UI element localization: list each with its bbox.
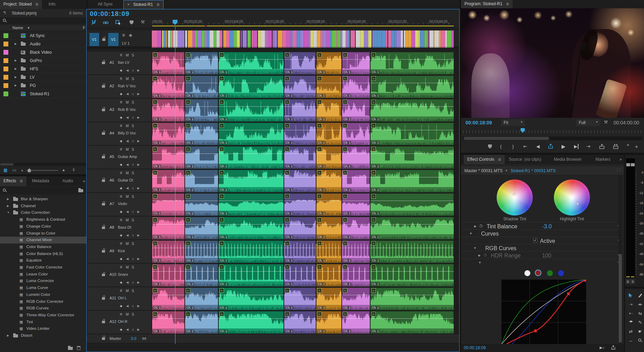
hand-tool[interactable]: ☛: [636, 329, 644, 335]
audio-clip[interactable]: fxCh. 1: [185, 264, 218, 287]
audio-track-header-a11[interactable]: ≣MSA11OH L◆◀◇▶: [87, 287, 151, 310]
audio-clip[interactable]: fxCh. 1: [152, 146, 184, 169]
fx-badge[interactable]: fx: [343, 241, 347, 246]
keyframe-icon[interactable]: ◇: [132, 210, 134, 213]
audio-clip[interactable]: fxCh. 1: [371, 146, 454, 169]
more-tabs-chevron[interactable]: »: [619, 157, 622, 162]
effects-tree-row[interactable]: ▦Channel Mixer: [0, 237, 86, 244]
tab-info[interactable]: Info: [45, 0, 59, 9]
solo-button[interactable]: S: [132, 218, 134, 222]
project-item-row[interactable]: ▶PG: [0, 81, 86, 90]
effects-tree-row[interactable]: ▦Change Color: [0, 223, 86, 230]
audio-clip[interactable]: fxCh. 1: [316, 146, 341, 169]
tab-media-browser[interactable]: Media Browser: [550, 155, 585, 164]
fx-badge[interactable]: fx: [153, 147, 157, 151]
tab-markers[interactable]: Markers: [592, 155, 614, 164]
audio-clip[interactable]: fxCh. 1: [152, 52, 184, 74]
next-keyframe-icon[interactable]: ▶: [137, 210, 140, 213]
track-settings-icon[interactable]: ≣: [120, 194, 122, 198]
prev-keyframe-icon[interactable]: ◀: [126, 328, 129, 331]
audio-clip[interactable]: fxCh. 1: [185, 99, 218, 122]
fx-badge[interactable]: fx: [285, 194, 289, 199]
delete-icon[interactable]: [77, 346, 80, 350]
track-lock-icon[interactable]: [102, 250, 105, 253]
keyframe-icon[interactable]: ◇: [132, 69, 134, 72]
audio-clip[interactable]: fxCh. 1: [371, 193, 454, 216]
audio-clip[interactable]: fxCh. 1: [316, 123, 341, 145]
solo-button[interactable]: S: [132, 289, 134, 293]
mute-button[interactable]: M: [126, 242, 129, 246]
track-lock-icon[interactable]: [102, 38, 105, 41]
effects-tree-row[interactable]: ▦Brightness & Contrast: [0, 216, 86, 223]
project-item-row[interactable]: Black Video: [0, 48, 86, 56]
keyframe-add-icon[interactable]: ◆: [120, 234, 122, 237]
next-keyframe-icon[interactable]: ▶: [137, 163, 140, 166]
fx-badge[interactable]: fx: [285, 53, 289, 57]
thumbnail-size-slider[interactable]: [26, 170, 58, 171]
fx-badge[interactable]: fx: [219, 194, 224, 199]
track-lock-icon[interactable]: [102, 337, 105, 340]
curve-channel-green-dot[interactable]: [547, 270, 553, 276]
new-bin-icon[interactable]: [68, 347, 73, 350]
audio-clip[interactable]: fxCh. 1: [284, 288, 316, 310]
fx-badge[interactable]: fx: [343, 123, 347, 128]
keyframe-add-icon[interactable]: ◆: [120, 257, 122, 261]
prev-keyframe-icon[interactable]: ◀: [126, 186, 129, 190]
keyframe-icon[interactable]: ◇: [132, 281, 134, 284]
fx-badge[interactable]: fx: [343, 218, 347, 222]
next-keyframe-icon[interactable]: ▶: [137, 328, 140, 331]
solo-button[interactable]: S: [132, 313, 134, 316]
track-lock-icon[interactable]: [102, 132, 105, 135]
audio-clip[interactable]: fxCh. 1: [371, 217, 454, 239]
audio-clip[interactable]: fxCh. 1: [219, 264, 284, 287]
sort-order-icon[interactable]: ⇕: [72, 168, 75, 172]
disclosure-arrow-icon[interactable]: ▶: [7, 204, 9, 208]
fx-badge[interactable]: fx: [219, 53, 224, 57]
fx-badge[interactable]: fx: [219, 218, 224, 222]
audio-clip[interactable]: fxCh. 1: [152, 193, 184, 216]
track-settings-icon[interactable]: ≣: [120, 53, 122, 57]
audio-clip[interactable]: fxCh. 1: [316, 240, 341, 263]
audio-track-header-a6[interactable]: ≣MSA6Guitar DI◆◀◇▶: [87, 169, 151, 193]
effects-tree-row[interactable]: ▦Equalize: [0, 257, 86, 264]
fx-badge[interactable]: fx: [186, 241, 190, 246]
solo-button[interactable]: S: [132, 195, 134, 199]
zoom-level-dropdown[interactable]: Fit ▼: [501, 119, 525, 126]
keyframe-add-icon[interactable]: ◆: [120, 139, 122, 143]
fx-badge[interactable]: fx: [153, 53, 157, 57]
audio-clip[interactable]: fxCh. 1: [342, 264, 370, 287]
audio-clip[interactable]: fxCh. 1: [219, 288, 284, 310]
track-settings-icon[interactable]: ≣: [120, 265, 122, 269]
track-settings-icon[interactable]: ≣: [120, 100, 122, 104]
fx-badge[interactable]: fx: [219, 265, 224, 269]
mute-button[interactable]: M: [126, 148, 129, 151]
fx-badge[interactable]: fx: [317, 53, 322, 57]
effects-tree-row[interactable]: ▶Channel: [0, 203, 86, 210]
fx-badge[interactable]: fx: [343, 76, 347, 81]
audio-clip[interactable]: fxCh. 1: [342, 240, 370, 263]
mark-out-button[interactable]: }: [512, 144, 514, 149]
track-lock-icon[interactable]: [102, 227, 105, 229]
track-settings-icon[interactable]: ≣: [120, 289, 122, 292]
audio-clip[interactable]: fxCh. 1: [185, 240, 218, 263]
label-color-chip[interactable]: [3, 83, 8, 88]
fx-badge[interactable]: fx: [371, 100, 376, 104]
project-item-row[interactable]: ▶GoPro: [0, 56, 86, 65]
track-lock-icon[interactable]: [102, 274, 105, 276]
audio-clip[interactable]: fxCh. 1: [284, 193, 316, 216]
effects-tree-row[interactable]: ▦Lumetri Color: [0, 291, 86, 298]
keyframe-add-icon[interactable]: ◆: [120, 328, 122, 331]
fx-badge[interactable]: fx: [219, 312, 224, 316]
lift-button[interactable]: [599, 144, 605, 150]
button-editor-plus[interactable]: +: [635, 143, 638, 149]
audio-clip[interactable]: fxCh. 1: [152, 170, 184, 192]
fx-badge[interactable]: fx: [371, 170, 376, 175]
track-settings-icon[interactable]: ≣: [120, 171, 122, 175]
effects-tree-row[interactable]: ▶Blur & Sharpen: [0, 196, 86, 203]
fx-badge[interactable]: fx: [317, 288, 322, 293]
fx-badge[interactable]: fx: [186, 100, 190, 104]
audio-clip[interactable]: fxCh. 1: [219, 76, 284, 98]
effects-tree-row[interactable]: ▦Tint: [0, 319, 86, 326]
audio-clip[interactable]: fxCh. 1: [185, 170, 218, 192]
step-forward-button[interactable]: ▶: [574, 144, 578, 149]
